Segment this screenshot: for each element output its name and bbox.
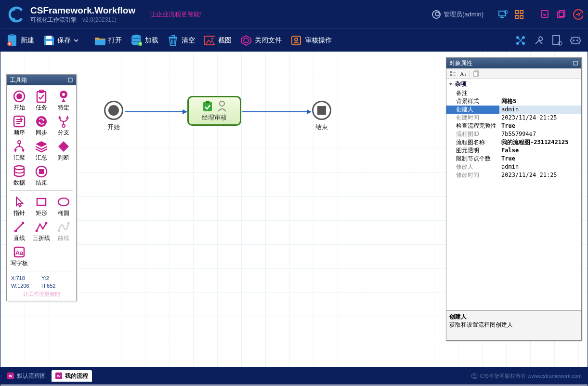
prop-row[interactable]: 背景样式网格5 <box>446 97 581 106</box>
close-file-button[interactable]: 关闭文件 <box>240 35 282 46</box>
svg-rect-36 <box>206 101 209 103</box>
tool-data[interactable]: 数据 <box>9 163 30 188</box>
start-node-label: 开始 <box>107 123 120 132</box>
chip-icon[interactable] <box>569 34 582 47</box>
props-help: 创建人 获取和设置流程图创建人 <box>446 310 581 340</box>
svg-rect-58 <box>22 222 24 224</box>
props-header[interactable]: 对象属性 <box>446 58 581 68</box>
tool-end[interactable]: 结束 <box>31 163 52 188</box>
props-help-title: 创建人 <box>449 313 578 321</box>
arrow-2[interactable] <box>242 108 312 115</box>
new-button[interactable]: 新建 <box>6 35 34 46</box>
tool-polyline[interactable]: 三折线 <box>31 219 52 244</box>
folder-open-icon <box>94 35 105 46</box>
user-info[interactable]: 管理员(admin) <box>432 10 483 19</box>
exit-icon[interactable] <box>573 10 583 19</box>
properties-panel: 对象属性 A↓ 杂项 备注背景样式网格5创建人admin创建时间2023/11/… <box>446 57 582 341</box>
monitor-icon[interactable] <box>498 10 508 19</box>
workflow-canvas[interactable]: 开始 经理审核 结束 工具箱 <box>0 52 588 367</box>
prop-row[interactable]: 流程图名称我的流程图-2311242125 <box>446 138 581 146</box>
tool-branch[interactable]: 分支 <box>53 113 74 138</box>
prop-row[interactable]: 备注 <box>446 89 581 97</box>
minimize-icon[interactable] <box>540 10 550 19</box>
prop-row[interactable]: 图元透明False <box>446 146 581 155</box>
arrow-1[interactable] <box>125 108 187 115</box>
tab-myflow[interactable]: w 我的流程 <box>52 370 92 382</box>
clear-button[interactable]: 清空 <box>167 35 195 46</box>
props-toolbar: A↓ <box>446 68 581 79</box>
screenshot-icon <box>204 35 215 46</box>
panel-pin-icon[interactable] <box>67 77 73 83</box>
svg-rect-54 <box>37 199 46 205</box>
prop-value: admin <box>499 106 581 114</box>
prop-row[interactable]: 检查流程完整性True <box>446 122 581 130</box>
statusbar: w 默认流程图 w 我的流程 C/S框架网版权所有 www.csframewor… <box>0 367 588 385</box>
grid-icon[interactable] <box>514 10 524 19</box>
tool-sequence[interactable]: 顺序 <box>9 113 30 138</box>
tab-icon: w <box>7 373 14 379</box>
close-file-icon <box>240 35 252 46</box>
svg-rect-67 <box>450 74 452 76</box>
prop-key: 限制节点个数 <box>446 155 499 163</box>
prop-row[interactable]: 流程图ID7b557994e7 <box>446 130 581 138</box>
nodes-tool-icon[interactable] <box>514 34 527 47</box>
prop-row[interactable]: 创建人admin <box>446 106 581 114</box>
svg-marker-34 <box>183 109 187 114</box>
svg-rect-7 <box>559 11 565 16</box>
tools-icon[interactable] <box>533 34 545 47</box>
copyright-link[interactable]: www.csframework.com <box>528 373 582 379</box>
prop-key: 流程图名称 <box>446 138 499 146</box>
tool-sync[interactable]: 同步 <box>31 113 52 138</box>
tool-judge[interactable]: 判断 <box>53 138 74 163</box>
tool-rect[interactable]: 矩形 <box>31 194 52 219</box>
screenshot-button[interactable]: 截图 <box>204 35 232 46</box>
toolbox-title: 工具箱 <box>10 76 27 84</box>
toolbox-header[interactable]: 工具箱 <box>7 75 76 85</box>
tool-line[interactable]: 直线 <box>9 219 30 244</box>
prop-key: 图元透明 <box>446 146 499 155</box>
svg-rect-6 <box>541 11 548 17</box>
tool-pointer[interactable]: 指针 <box>9 194 30 219</box>
maximize-icon[interactable] <box>557 10 566 19</box>
save-button[interactable]: 保存 <box>43 35 78 46</box>
tool-textboard[interactable]: Aa写字板 <box>9 244 30 269</box>
open-button[interactable]: 打开 <box>94 35 122 46</box>
app-logo-icon <box>5 4 26 25</box>
tool-ellipse[interactable]: 椭圆 <box>53 194 74 219</box>
start-node[interactable]: 开始 <box>104 101 123 132</box>
prop-value: 2023/11/24 21:25 <box>499 171 581 179</box>
audit-button[interactable]: 审核操作 <box>290 35 332 46</box>
props-body: 杂项 备注背景样式网格5创建人admin创建时间2023/11/24 21:25… <box>446 79 581 310</box>
end-node[interactable]: 结束 <box>312 101 331 132</box>
svg-point-62 <box>67 222 70 225</box>
app-header: CSFramework.Workflow 可视化工作流引擎v2.0(202311… <box>0 0 588 28</box>
tab-default[interactable]: w 默认流程图 <box>3 370 50 382</box>
tool-converge[interactable]: 汇聚 <box>9 138 30 163</box>
save-icon <box>43 35 54 46</box>
props-sep <box>470 69 470 78</box>
props-categorize-icon[interactable] <box>448 69 457 78</box>
load-button[interactable]: 加载 <box>131 35 158 46</box>
tool-task[interactable]: 任务 <box>31 88 52 113</box>
props-category[interactable]: 杂项 <box>446 79 581 89</box>
task-node[interactable]: 经理审核 <box>187 96 241 126</box>
right-tools <box>514 34 582 47</box>
tool-specific[interactable]: 特定 <box>53 88 74 113</box>
doc-gear-icon[interactable] <box>551 34 563 47</box>
props-sort-icon[interactable]: A↓ <box>459 69 468 78</box>
prop-row[interactable]: 限制节点个数True <box>446 155 581 163</box>
svg-point-23 <box>295 38 298 41</box>
tool-summary[interactable]: 汇总 <box>31 138 52 163</box>
svg-point-51 <box>14 166 24 170</box>
panel-pin-icon[interactable] <box>573 60 578 66</box>
svg-rect-65 <box>574 61 577 65</box>
prop-row[interactable]: 创建时间2023/11/24 21:25 <box>446 114 581 122</box>
svg-point-46 <box>62 93 65 96</box>
tool-start[interactable]: 开始 <box>9 88 30 113</box>
tool-curve[interactable]: 曲线 <box>53 219 74 244</box>
app-title: CSFramework.Workflow <box>30 5 135 16</box>
prop-row[interactable]: 修改时间2023/11/24 21:25 <box>446 171 581 179</box>
props-pages-icon[interactable] <box>472 69 481 78</box>
prop-row[interactable]: 修改人admin <box>446 163 581 171</box>
prop-value: True <box>499 122 581 130</box>
